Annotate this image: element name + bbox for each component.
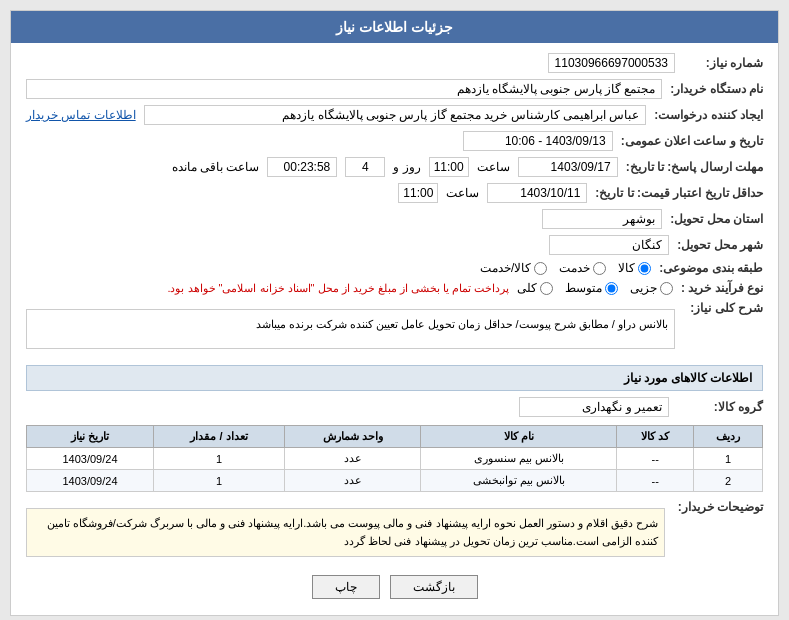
tabaqe-khadamat: خدمت — [559, 261, 606, 275]
chap-button[interactable]: چاپ — [312, 575, 380, 599]
nam-dastgah-value: مجتمع گاز پارس جنوبی پالایشگاه یازدهم — [26, 79, 662, 99]
kala-info-title: اطلاعات کالاهای مورد نیاز — [26, 365, 763, 391]
sharh-value: بالانس دراو / مطابق شرح پیوست/ حداقل زما… — [26, 309, 675, 349]
shahr-label: شهر محل تحویل: — [677, 238, 763, 252]
row-noe-farayand: نوع فرآیند خرید : جزیی متوسط کلی پرداخت … — [26, 281, 763, 295]
tozih-value: شرح دقیق اقلام و دستور العمل نحوه ارایه … — [26, 508, 665, 557]
noe-farayand-radio-group: جزیی متوسط کلی — [517, 281, 673, 295]
col-tedad: تعداد / مقدار — [154, 426, 285, 448]
noe-jozi-radio[interactable] — [660, 282, 673, 295]
mohlat-roz: 4 — [345, 157, 385, 177]
grohe-kala-label: گروه کالا: — [683, 400, 763, 414]
page-title: جزئیات اطلاعات نیاز — [336, 19, 453, 35]
noe-kolli-radio[interactable] — [540, 282, 553, 295]
table-row: 1--بالانس بیم سنسوریعدد11403/09/24 — [27, 448, 763, 470]
buttons-row: بازگشت چاپ — [26, 575, 763, 599]
row-nam-dastgah: نام دستگاه خریدار: مجتمع گاز پارس جنوبی … — [26, 79, 763, 99]
ostan-value: بوشهر — [542, 209, 662, 229]
kala-table: ردیف کد کالا نام کالا واحد شمارش تعداد /… — [26, 425, 763, 492]
noe-farayand-label: نوع فرآیند خرید : — [681, 281, 763, 295]
col-kod: کد کالا — [617, 426, 694, 448]
tarikh-label: تاریخ و ساعت اعلان عمومی: — [621, 134, 763, 148]
mohlat-baqi: 00:23:58 — [267, 157, 337, 177]
ijad-konande-label: ایجاد کننده درخواست: — [654, 108, 763, 122]
row-mohlat: مهلت ارسال پاسخ: تا تاریخ: 1403/09/17 سا… — [26, 157, 763, 177]
cell-namKala: بالانس بیم توانبخشی — [421, 470, 617, 492]
noe-kolli: کلی — [517, 281, 553, 295]
noe-jozi-label: جزیی — [630, 281, 657, 295]
cell-tarikh: 1403/09/24 — [27, 470, 154, 492]
ostan-label: استان محل تحویل: — [670, 212, 763, 226]
cell-radif: 1 — [693, 448, 762, 470]
cell-tedad: 1 — [154, 470, 285, 492]
tabaqe-kala: کالا — [618, 261, 651, 275]
col-radif: ردیف — [693, 426, 762, 448]
tabaqe-khadamat-label: خدمت — [559, 261, 590, 275]
tabaqe-both-label: کالا/خدمت — [480, 261, 531, 275]
row-tozih: توضیحات خریدار: شرح دقیق اقلام و دستور ا… — [26, 500, 763, 565]
mohlat-date: 1403/09/17 — [518, 157, 618, 177]
cell-tarikh: 1403/09/24 — [27, 448, 154, 470]
col-tarikh: تاریخ نیاز — [27, 426, 154, 448]
cell-vahed: عدد — [284, 470, 420, 492]
hadaqal-label: حداقل تاریخ اعتبار قیمت: تا تاریخ: — [595, 186, 763, 200]
cell-kodKala: -- — [617, 470, 694, 492]
shahr-value: کنگان — [549, 235, 669, 255]
baqi-label: ساعت باقی مانده — [172, 160, 260, 174]
tabaqe-radio-group: کالا خدمت کالا/خدمت — [480, 261, 651, 275]
tabaqe-kala-label: کالا — [618, 261, 635, 275]
bazgasht-button[interactable]: بازگشت — [390, 575, 478, 599]
cell-namKala: بالانس بیم سنسوری — [421, 448, 617, 470]
cell-kodKala: -- — [617, 448, 694, 470]
row-hadaqal: حداقل تاریخ اعتبار قیمت: تا تاریخ: 1403/… — [26, 183, 763, 203]
tozih-label: توضیحات خریدار: — [673, 500, 763, 514]
row-shahr: شهر محل تحویل: کنگان — [26, 235, 763, 255]
noe-farayand-note: پرداخت تمام یا بخشی از مبلغ خرید از محل … — [167, 282, 509, 295]
hadaqal-date: 1403/10/11 — [487, 183, 587, 203]
noe-motavasset: متوسط — [565, 281, 618, 295]
cell-radif: 2 — [693, 470, 762, 492]
row-tarikh: تاریخ و ساعت اعلان عمومی: 1403/09/13 - 1… — [26, 131, 763, 151]
cell-vahed: عدد — [284, 448, 420, 470]
mohlat-label: مهلت ارسال پاسخ: تا تاریخ: — [626, 160, 763, 174]
row-sharh: شرح کلی نیاز: بالانس دراو / مطابق شرح پی… — [26, 301, 763, 357]
grohe-kala-value: تعمیر و نگهداری — [519, 397, 669, 417]
noe-motavasset-radio[interactable] — [605, 282, 618, 295]
saat-label2: ساعت — [446, 186, 479, 200]
tabaqe-both-radio[interactable] — [534, 262, 547, 275]
shomare-niaz-value: 11030966697000533 — [548, 53, 675, 73]
ettelaat-link[interactable]: اطلاعات تماس خریدار — [26, 108, 136, 122]
tarikh-value: 1403/09/13 - 10:06 — [463, 131, 613, 151]
tabaqe-label: طبقه بندی موضوعی: — [659, 261, 763, 275]
table-row: 2--بالانس بیم توانبخشیعدد11403/09/24 — [27, 470, 763, 492]
tabaqe-kala-radio[interactable] — [638, 262, 651, 275]
row-grohe-kala: گروه کالا: تعمیر و نگهداری — [26, 397, 763, 417]
ijad-konande-value: عباس ابراهیمی کارشناس خرید مجتمع گاز پار… — [144, 105, 647, 125]
row-ijad-konande: ایجاد کننده درخواست: عباس ابراهیمی کارشن… — [26, 105, 763, 125]
row-ostan: استان محل تحویل: بوشهر — [26, 209, 763, 229]
hadaqal-time: 11:00 — [398, 183, 438, 203]
noe-jozi: جزیی — [630, 281, 673, 295]
noe-motavasset-label: متوسط — [565, 281, 602, 295]
kala-table-container: ردیف کد کالا نام کالا واحد شمارش تعداد /… — [26, 425, 763, 492]
sharh-label: شرح کلی نیاز: — [683, 301, 763, 315]
main-container: جزئیات اطلاعات نیاز شماره نیاز: 11030966… — [10, 10, 779, 616]
row-tabaqe: طبقه بندی موضوعی: کالا خدمت کالا/خدمت — [26, 261, 763, 275]
col-nam: نام کالا — [421, 426, 617, 448]
cell-tedad: 1 — [154, 448, 285, 470]
saat-label: ساعت — [477, 160, 510, 174]
page-header: جزئیات اطلاعات نیاز — [11, 11, 778, 43]
mohlat-time: 11:00 — [429, 157, 469, 177]
shomare-niaz-label: شماره نیاز: — [683, 56, 763, 70]
row-shomare-niaz: شماره نیاز: 11030966697000533 — [26, 53, 763, 73]
tabaqe-khadamat-radio[interactable] — [593, 262, 606, 275]
roz-label: روز و — [393, 160, 420, 174]
noe-kolli-label: کلی — [517, 281, 537, 295]
col-vahed: واحد شمارش — [284, 426, 420, 448]
content-area: شماره نیاز: 11030966697000533 نام دستگاه… — [11, 43, 778, 615]
nam-dastgah-label: نام دستگاه خریدار: — [670, 82, 763, 96]
tabaqe-kala-khadamat: کالا/خدمت — [480, 261, 547, 275]
